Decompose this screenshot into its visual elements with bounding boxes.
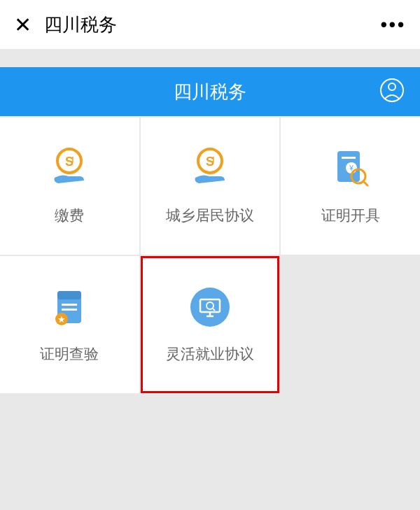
topbar-title: 四川税务 [44,13,117,37]
close-icon[interactable]: ✕ [14,13,31,37]
empty-tile [281,256,420,393]
pay-hand-icon: S I [48,147,91,190]
svg-rect-16 [62,304,77,306]
svg-rect-17 [62,309,77,311]
tile-label: 城乡居民协议 [166,206,254,225]
wechat-topbar: ✕ 四川税务 ••• [0,0,420,49]
tile-resident-agreement[interactable]: S I 城乡居民协议 [141,118,280,255]
svg-line-13 [363,181,368,185]
profile-icon[interactable] [379,78,405,106]
tile-label: 灵活就业协议 [166,344,254,364]
doc-search-icon: ¥ [329,147,372,190]
svg-point-20 [190,288,230,327]
svg-rect-15 [57,291,81,299]
circle-screen-icon [188,285,232,329]
menu-grid: S I 缴费 S I 城乡居民协议 ¥ [0,118,420,393]
doc-star-icon: ★ [48,285,91,329]
pay-hand-icon: S I [188,147,232,190]
app-header-title: 四川税务 [174,80,246,104]
app-header: 四川税务 [0,67,420,116]
svg-text:★: ★ [57,314,66,325]
tile-cert-issue[interactable]: ¥ 证明开具 [281,118,420,255]
svg-point-1 [388,83,396,90]
tile-flexible-employment[interactable]: 灵活就业协议 [141,256,280,393]
tile-label: 证明查验 [40,344,99,364]
svg-rect-9 [342,157,356,159]
tile-label: 缴费 [55,206,84,225]
tile-payment[interactable]: S I 缴费 [0,118,139,255]
svg-text:I: I [72,156,74,164]
more-icon[interactable]: ••• [381,14,406,36]
tile-cert-verify[interactable]: ★ 证明查验 [0,256,139,393]
tile-label: 证明开具 [321,206,380,225]
svg-text:I: I [213,156,215,164]
